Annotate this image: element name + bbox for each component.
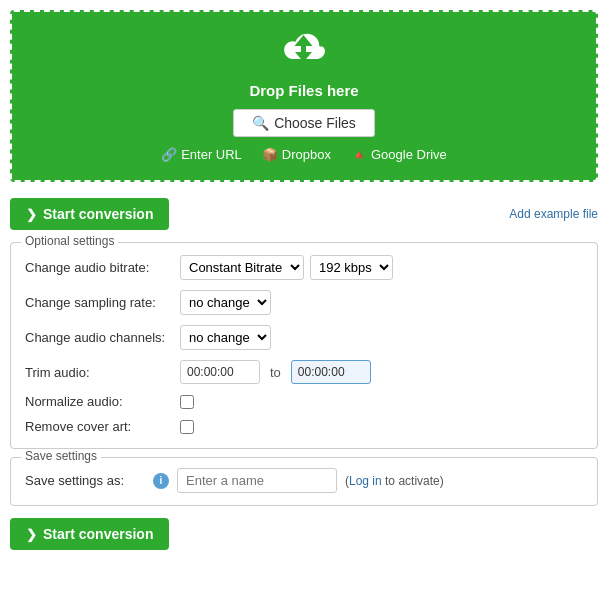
save-as-label: Save settings as: — [25, 473, 145, 488]
normalize-controls — [180, 395, 194, 409]
login-link[interactable]: Log in — [349, 474, 382, 488]
save-settings-legend: Save settings — [21, 449, 101, 463]
save-settings-panel: Save settings Save settings as: i (Log i… — [10, 457, 598, 506]
bitrate-type-select[interactable]: Constant Bitrate Variable Bitrate — [180, 255, 304, 280]
start-conversion-button-top[interactable]: ❯ Start conversion — [10, 198, 169, 230]
channels-select[interactable]: no change mono stereo — [180, 325, 271, 350]
svg-rect-10 — [295, 61, 312, 65]
bitrate-row: Change audio bitrate: Constant Bitrate V… — [25, 255, 583, 280]
cover-art-checkbox[interactable] — [180, 420, 194, 434]
drop-zone[interactable]: Drop Files here 🔍 Choose Files 🔗 Enter U… — [10, 10, 598, 182]
chevron-icon-bottom: ❯ — [26, 527, 37, 542]
channels-row: Change audio channels: no change mono st… — [25, 325, 583, 350]
bitrate-kbps-select[interactable]: 192 kbps 128 kbps 256 kbps 320 kbps — [310, 255, 393, 280]
cover-art-controls — [180, 420, 194, 434]
start-conversion-button-bottom[interactable]: ❯ Start conversion — [10, 518, 169, 550]
trim-row: Trim audio: to — [25, 360, 583, 384]
bitrate-label: Change audio bitrate: — [25, 260, 180, 275]
sampling-select[interactable]: no change 8000 Hz 11025 Hz 22050 Hz 4410… — [180, 290, 271, 315]
channels-label: Change audio channels: — [25, 330, 180, 345]
trim-to-label: to — [270, 365, 281, 380]
optional-settings-legend: Optional settings — [21, 234, 118, 248]
sampling-label: Change sampling rate: — [25, 295, 180, 310]
trim-label: Trim audio: — [25, 365, 180, 380]
bottom-toolbar: ❯ Start conversion — [0, 514, 608, 560]
cover-art-row: Remove cover art: — [25, 419, 583, 434]
bitrate-controls: Constant Bitrate Variable Bitrate 192 kb… — [180, 255, 393, 280]
dropbox-link[interactable]: 📦 Dropbox — [262, 147, 331, 162]
normalize-row: Normalize audio: — [25, 394, 583, 409]
drop-text: Drop Files here — [249, 82, 358, 99]
login-text: (Log in to activate) — [345, 474, 444, 488]
cloud-icon — [279, 30, 329, 72]
normalize-label: Normalize audio: — [25, 394, 180, 409]
trim-end-input[interactable] — [291, 360, 371, 384]
google-drive-link[interactable]: 🔺 Google Drive — [351, 147, 447, 162]
info-icon[interactable]: i — [153, 473, 169, 489]
choose-files-button[interactable]: 🔍 Choose Files — [233, 109, 375, 137]
dropbox-icon: 📦 — [262, 147, 278, 162]
enter-url-link[interactable]: 🔗 Enter URL — [161, 147, 242, 162]
sampling-row: Change sampling rate: no change 8000 Hz … — [25, 290, 583, 315]
google-drive-icon: 🔺 — [351, 147, 367, 162]
save-settings-row: Save settings as: i (Log in to activate) — [25, 468, 583, 493]
chevron-icon: ❯ — [26, 207, 37, 222]
add-example-link[interactable]: Add example file — [509, 207, 598, 221]
search-icon: 🔍 — [252, 115, 269, 131]
cover-art-label: Remove cover art: — [25, 419, 180, 434]
trim-controls: to — [180, 360, 371, 384]
link-icon: 🔗 — [161, 147, 177, 162]
trim-start-input[interactable] — [180, 360, 260, 384]
optional-settings-panel: Optional settings Change audio bitrate: … — [10, 242, 598, 449]
sampling-controls: no change 8000 Hz 11025 Hz 22050 Hz 4410… — [180, 290, 271, 315]
normalize-checkbox[interactable] — [180, 395, 194, 409]
channels-controls: no change mono stereo — [180, 325, 271, 350]
toolbar-row: ❯ Start conversion Add example file — [0, 192, 608, 236]
drop-links: 🔗 Enter URL 📦 Dropbox 🔺 Google Drive — [161, 147, 447, 162]
save-name-input[interactable] — [177, 468, 337, 493]
